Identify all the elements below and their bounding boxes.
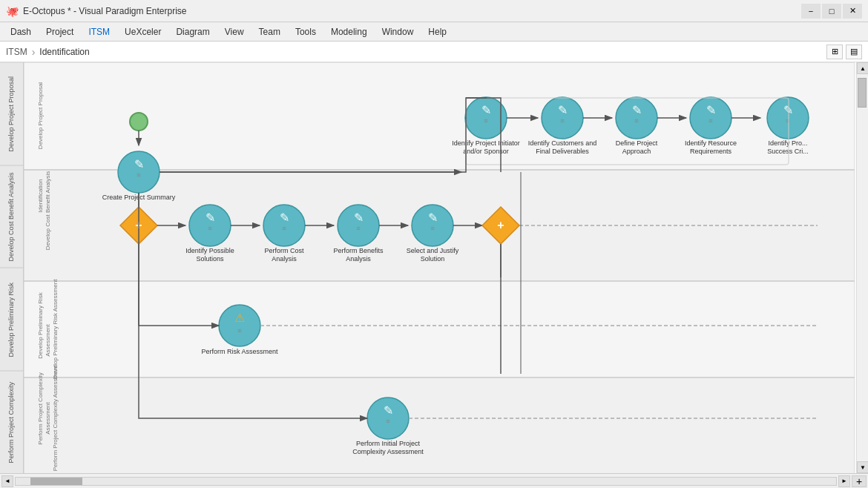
add-diagram-button[interactable]: + — [852, 475, 867, 487]
task-icon-6: ✎ — [783, 104, 793, 116]
task-label-complexity-2: Complexity Assessment — [352, 448, 424, 455]
task-icon-badge-4: ≡ — [634, 117, 638, 125]
task-label-benefits-1: Perform Benefits — [333, 247, 384, 254]
menu-tools[interactable]: Tools — [288, 24, 323, 39]
h-scroll-thumb[interactable] — [30, 478, 82, 485]
inner-lane-label-3: Develop Preliminary Risk — [37, 291, 44, 358]
vertical-scrollbar[interactable]: ▲ ▼ — [856, 62, 868, 473]
task-icon-3: ✎ — [558, 104, 568, 116]
task-label-success-2: Success Cri... — [767, 148, 809, 155]
task-label-success-1: Identify Pro... — [768, 139, 807, 147]
inner-lane-label-1: Develop Project Proposal — [37, 82, 44, 149]
inner-lane-label-2b: Develop Cost Benefit Analysis — [45, 171, 51, 251]
scroll-right-button[interactable]: ► — [838, 475, 850, 487]
menu-uexceler[interactable]: UeXceler — [117, 24, 168, 39]
task-label-select-2: Solution — [421, 255, 445, 263]
diagram-canvas[interactable]: Develop Project Proposal Develop Project… — [24, 62, 856, 473]
task-label-resource-1: Identify Resource — [685, 139, 737, 147]
tool-panel-button[interactable]: ▤ — [846, 44, 862, 59]
task-icon-badge-3: ≡ — [560, 117, 564, 125]
menu-itsm[interactable]: ITSM — [81, 24, 117, 39]
task-label-identify-initiator-1: Identify Project Initiator — [452, 139, 520, 147]
task-icon-2: ✎ — [481, 104, 491, 116]
task-icon-12: ✎ — [384, 404, 393, 417]
task-icon-11: ⚠ — [234, 311, 245, 324]
inner-lane-label-4b: Assessment — [45, 401, 51, 434]
task-label-identify-initiator-2: and/or Sponsor — [463, 148, 509, 155]
inner-lane-label-2a: Identification — [37, 179, 44, 213]
app-title: E-Octopus * - Visual Paradigm Enterprise — [23, 6, 801, 16]
task-icon-badge-10: ≡ — [430, 225, 434, 232]
scroll-left-button[interactable]: ◄ — [1, 475, 13, 487]
task-label-customers-1: Identify Customers and — [528, 139, 597, 147]
breadcrumb-current: Identification — [39, 47, 89, 57]
task-icon-1: ✎ — [134, 158, 144, 171]
breadcrumb-separator: › — [32, 46, 36, 58]
app-icon: 🐙 — [6, 5, 19, 17]
task-label-solutions-2: Solutions — [196, 255, 224, 263]
task-icon-badge-1: ≡ — [137, 171, 140, 179]
main-content: Develop Project Proposal Develop Cost Be… — [0, 62, 868, 473]
task-icon-9: ✎ — [354, 211, 364, 224]
lane-label-1: Develop Project Proposal — [0, 62, 23, 165]
task-label-cost-1: Perform Cost — [264, 247, 304, 254]
menu-window[interactable]: Window — [375, 24, 421, 39]
diagram-svg: Develop Project Proposal Develop Project… — [24, 62, 855, 473]
task-icon-5: ✎ — [706, 104, 716, 116]
task-label-risk: Perform Risk Assessment — [201, 348, 278, 355]
bottom-bar: ◄ ► + — [0, 473, 868, 488]
tool-grid-button[interactable]: ⊞ — [826, 44, 843, 59]
task-icon-8: ✎ — [280, 211, 289, 224]
breadcrumb-parent[interactable]: ITSM — [6, 47, 27, 57]
inner-lane-label-3b: Assessment — [45, 323, 51, 356]
task-icon-4: ✎ — [632, 104, 642, 116]
close-button[interactable]: ✕ — [843, 4, 862, 19]
horizontal-scrollbar[interactable] — [15, 477, 837, 486]
task-label-cost-2: Analysis — [272, 255, 297, 263]
task-icon-badge-9: ≡ — [356, 225, 360, 232]
menu-help[interactable]: Help — [421, 24, 454, 39]
inner-lane-label-4a: Perform Project Complexity — [37, 372, 44, 444]
lane-bg-4 — [24, 377, 855, 473]
scroll-down-button[interactable]: ▼ — [857, 461, 868, 473]
menu-view[interactable]: View — [217, 24, 251, 39]
task-label-select-1: Select and Justify — [407, 247, 459, 254]
task-icon-7: ✎ — [206, 211, 215, 224]
task-icon-10: ✎ — [428, 211, 438, 224]
lane-label-4: Perform Project Complexity — [0, 371, 23, 474]
gateway-2-icon: + — [497, 219, 504, 231]
task-icon-badge-12: ≡ — [386, 418, 389, 425]
task-icon-badge-2: ≡ — [484, 117, 487, 125]
start-event[interactable] — [130, 113, 148, 131]
breadcrumb-tools: ⊞ ▤ — [826, 44, 862, 59]
maximize-button[interactable]: □ — [822, 4, 841, 19]
task-label-resource-2: Requirements — [690, 148, 732, 155]
lane-label-2: Develop Cost Benefit Analysis — [0, 165, 23, 268]
scroll-up-button[interactable]: ▲ — [857, 62, 868, 74]
lane4-inner-label: Perform Project Complexity Assessment — [52, 365, 59, 471]
menu-modeling[interactable]: Modeling — [323, 24, 375, 39]
window-controls: − □ ✕ — [801, 4, 862, 19]
menubar: Dash Project ITSM UeXceler Diagram View … — [0, 22, 868, 42]
menu-team[interactable]: Team — [251, 24, 288, 39]
canvas-inner: Develop Project Proposal Develop Project… — [24, 62, 856, 473]
scroll-thumb-v[interactable] — [858, 78, 867, 108]
task-icon-badge-5: ≡ — [708, 117, 712, 125]
task-icon-badge-8: ≡ — [282, 225, 286, 232]
menu-diagram[interactable]: Diagram — [168, 24, 217, 39]
task-label-complexity-1: Perform Initial Project — [356, 440, 421, 447]
minimize-button[interactable]: − — [801, 4, 821, 19]
task-label-benefits-2: Analysis — [346, 255, 371, 263]
task-icon-badge-11: ≡ — [237, 327, 241, 334]
breadcrumb-bar: ITSM › Identification ⊞ ▤ — [0, 42, 868, 62]
lane-labels: Develop Project Proposal Develop Cost Be… — [0, 62, 24, 473]
lane3-inner-label: Develop Preliminary Risk Assessment — [52, 279, 59, 379]
task-label-solutions-1: Identify Possible — [185, 247, 234, 254]
menu-project[interactable]: Project — [39, 24, 81, 39]
lane-bg-3 — [24, 281, 855, 377]
scroll-track-v[interactable] — [857, 74, 868, 461]
menu-dash[interactable]: Dash — [3, 24, 39, 39]
task-label-approach-2: Approach — [622, 148, 651, 155]
titlebar: 🐙 E-Octopus * - Visual Paradigm Enterpri… — [0, 0, 868, 22]
task-label-customers-2: Final Deliverables — [536, 148, 589, 155]
